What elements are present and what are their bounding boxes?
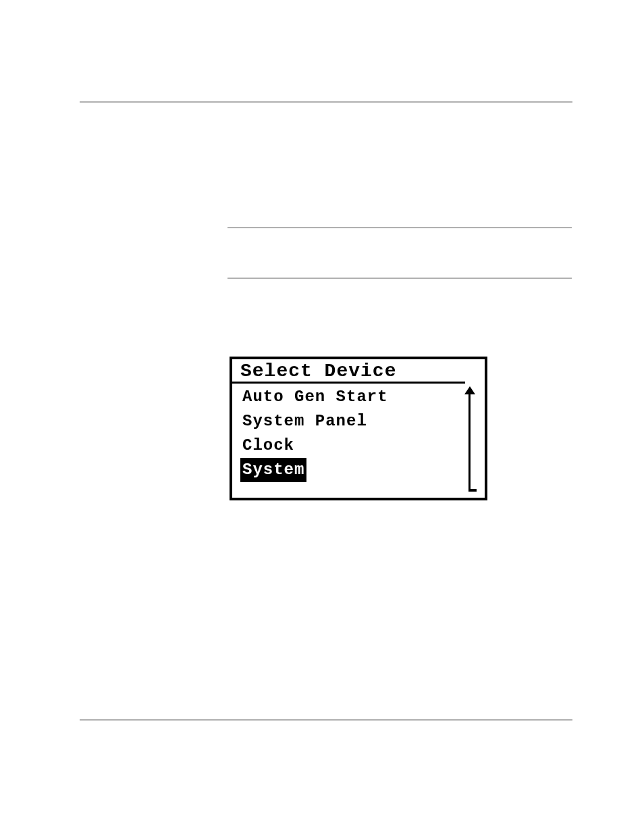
- menu-item-system-panel[interactable]: System Panel: [240, 409, 485, 434]
- lcd-items: Auto Gen Start System Panel Clock System: [232, 384, 485, 482]
- menu-item-label: Clock: [240, 434, 296, 458]
- menu-item-label: System: [240, 458, 306, 482]
- lcd-title: Select Device: [232, 359, 464, 382]
- menu-item-label: Auto Gen Start: [240, 385, 390, 409]
- menu-item-clock[interactable]: Clock: [240, 434, 485, 458]
- divider-mid-2: [227, 278, 572, 279]
- divider-top: [80, 101, 572, 103]
- menu-item-auto-gen-start[interactable]: Auto Gen Start: [240, 385, 485, 409]
- scroll-down-icon: [468, 489, 477, 492]
- divider-mid-1: [227, 227, 572, 228]
- scroll-up-icon: [464, 386, 475, 394]
- scrollbar-track: [468, 390, 471, 492]
- divider-bottom: [80, 719, 572, 721]
- menu-item-system[interactable]: System: [240, 458, 485, 482]
- lcd-screen: Select Device Auto Gen Start System Pane…: [230, 357, 487, 500]
- menu-item-label: System Panel: [240, 409, 369, 434]
- lcd-scrollbar[interactable]: [464, 388, 475, 494]
